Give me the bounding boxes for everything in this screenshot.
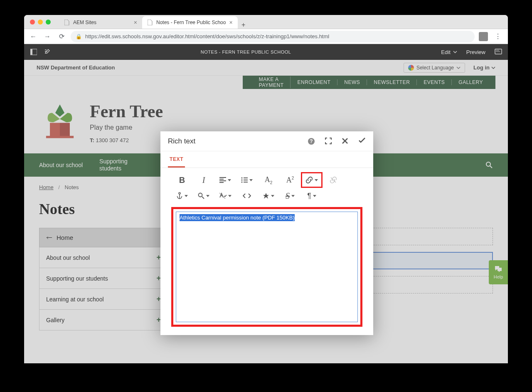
help-icon[interactable]: ? [308, 138, 315, 145]
page-viewport: NOTES - FERN TREE PUBLIC SCHOOL Edit Pre… [24, 44, 508, 363]
rte-toolbar: B I A2 A2 S ¶ [160, 168, 373, 205]
aem-page-title: NOTES - FERN TREE PUBLIC SCHOOL [51, 49, 441, 54]
browser-window: AEM Sites × Notes - Fern Tree Public Sch… [24, 15, 508, 363]
utility-bar: NSW Department of Education Select Langu… [24, 60, 508, 76]
editor-highlight: Athletics Carnival permission note (PDF … [171, 207, 362, 327]
browser-menu[interactable]: ⋮ [492, 32, 504, 40]
tab-aem-sites[interactable]: AEM Sites × [59, 16, 142, 29]
breadcrumb-home[interactable]: Home [39, 184, 54, 190]
anchor-button[interactable] [171, 188, 193, 204]
fullscreen-icon[interactable] [325, 138, 332, 145]
reload-button[interactable]: ⟳ [57, 32, 66, 42]
hyperlink-button[interactable] [301, 172, 323, 188]
nav-enrolment[interactable]: ENROLMENT [291, 79, 337, 85]
tab-notes[interactable]: Notes - Fern Tree Public Schoo × [142, 16, 238, 29]
svg-text:?: ? [310, 138, 313, 144]
close-icon[interactable] [342, 138, 348, 145]
dialog-tabs: TEXT [160, 151, 373, 168]
nav-about[interactable]: About our school [39, 162, 83, 168]
svg-point-9 [241, 182, 243, 183]
forward-button[interactable]: → [42, 32, 52, 42]
new-tab-button[interactable]: + [238, 21, 249, 29]
mode-selector[interactable]: Edit [441, 49, 457, 55]
profile-icon[interactable] [479, 32, 488, 41]
site-name: Fern Tree [90, 101, 163, 121]
page-icon [64, 20, 70, 25]
selected-text: Athletics Carnival permission note (PDF … [180, 214, 295, 221]
side-panel-icon[interactable] [30, 48, 37, 56]
sidebar-item-gallery[interactable]: Gallery+ [39, 310, 168, 330]
sidebar-item-supporting[interactable]: Supporting our students+ [39, 268, 168, 289]
list-button[interactable] [236, 172, 258, 188]
nav-newsletter[interactable]: NEWSLETTER [367, 79, 417, 85]
unlink-button[interactable] [323, 172, 344, 188]
preview-button[interactable]: Preview [466, 49, 485, 55]
chevron-down-icon [491, 67, 495, 69]
top-nav: MAKE A PAYMENT ENROLMENT NEWS NEWSLETTER… [243, 76, 495, 89]
spellcheck-button[interactable] [214, 188, 236, 204]
sidebar-item-about[interactable]: About our school+ [39, 247, 168, 268]
close-tab-icon[interactable]: × [134, 19, 137, 26]
breadcrumb-current: Notes [65, 184, 79, 190]
annotate-icon[interactable] [495, 48, 502, 56]
google-icon [408, 65, 414, 71]
url-text: https://edit.sws.schools.nsw.gov.au/edit… [85, 33, 329, 39]
find-button[interactable] [193, 188, 214, 204]
page-info-icon[interactable] [43, 48, 51, 56]
dialog-header: Rich text ? [160, 131, 373, 151]
site-phone: T: 1300 307 472 [90, 137, 163, 143]
close-tab-icon[interactable]: × [229, 19, 232, 26]
align-button[interactable] [214, 172, 236, 188]
strikethrough-button[interactable]: S [279, 188, 301, 204]
specialchar-button[interactable] [258, 188, 279, 204]
dialog-title: Rich text [168, 137, 195, 145]
chat-icon [494, 265, 502, 273]
arrow-left-icon: 🡐 [46, 234, 52, 241]
lock-icon: 🔒 [76, 34, 82, 39]
sidebar-home[interactable]: 🡐 Home [39, 228, 168, 247]
minimize-window[interactable] [38, 20, 43, 25]
svg-point-8 [241, 180, 243, 181]
sidebar-item-learning[interactable]: Learning at our school+ [39, 289, 168, 310]
close-window[interactable] [30, 20, 35, 25]
svg-point-4 [486, 162, 490, 166]
svg-point-11 [199, 193, 202, 197]
svg-point-7 [241, 178, 243, 179]
nav-payment[interactable]: MAKE A PAYMENT [252, 76, 291, 88]
svg-rect-1 [30, 49, 32, 55]
url-input[interactable]: 🔒 https://edit.sws.schools.nsw.gov.au/ed… [71, 31, 475, 42]
aem-toolbar: NOTES - FERN TREE PUBLIC SCHOOL Edit Pre… [24, 44, 508, 60]
tab-strip: AEM Sites × Notes - Fern Tree Public Sch… [59, 15, 249, 29]
help-tab[interactable]: Help [489, 260, 508, 284]
site-logo [41, 101, 79, 140]
page-icon [147, 20, 153, 25]
paraformat-button[interactable]: ¶ [301, 188, 323, 204]
tab-title: AEM Sites [73, 20, 96, 25]
maximize-window[interactable] [46, 20, 51, 25]
rte-textarea[interactable]: Athletics Carnival permission note (PDF … [176, 212, 358, 322]
confirm-icon[interactable] [358, 138, 366, 145]
bold-button[interactable]: B [171, 172, 193, 188]
rich-text-dialog: Rich text ? TEXT B I A2 A2 [160, 131, 373, 335]
italic-button[interactable]: I [193, 172, 214, 188]
nav-news[interactable]: NEWS [337, 79, 367, 85]
dept-label: NSW Department of Education [37, 64, 115, 71]
titlebar: AEM Sites × Notes - Fern Tree Public Sch… [24, 15, 508, 29]
nav-events[interactable]: EVENTS [417, 79, 452, 85]
window-controls [30, 20, 51, 25]
nav-gallery[interactable]: GALLERY [452, 79, 483, 85]
source-button[interactable] [236, 188, 258, 204]
site-tagline: Play the game [90, 124, 163, 131]
language-selector[interactable]: Select Language [404, 63, 465, 73]
svg-rect-3 [46, 136, 74, 138]
svg-point-10 [179, 192, 180, 194]
subscript-button[interactable]: A2 [258, 172, 279, 188]
back-button[interactable]: ← [28, 32, 38, 42]
search-icon[interactable] [485, 161, 493, 169]
nav-supporting[interactable]: Supportingstudents [99, 158, 128, 172]
tab-title: Notes - Fern Tree Public Schoo [156, 20, 226, 25]
tab-text[interactable]: TEXT [168, 151, 185, 168]
chevron-down-icon [453, 51, 457, 53]
superscript-button[interactable]: A2 [279, 172, 301, 188]
login-link[interactable]: Log in [473, 64, 495, 71]
